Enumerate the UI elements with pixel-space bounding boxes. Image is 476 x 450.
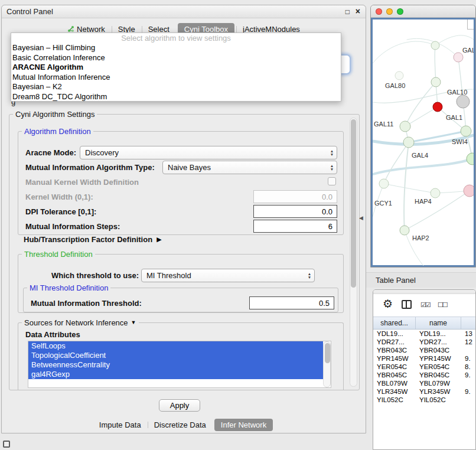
table-cell: YDR27... bbox=[416, 338, 461, 346]
table-row[interactable]: YDR27...YDR27...12 bbox=[373, 338, 475, 346]
table-cell: 9. bbox=[461, 387, 475, 396]
table-cell: YBR043C bbox=[373, 346, 416, 354]
panel-restore-icon[interactable] bbox=[3, 441, 10, 448]
table-cell: YER054C bbox=[373, 363, 416, 371]
algorithm-option-aracne-algorithm[interactable]: ARACNE Algorithm bbox=[11, 63, 341, 73]
table-row[interactable]: YBR043CYBR043C bbox=[373, 346, 475, 354]
table-cell: YPR145W bbox=[416, 354, 461, 363]
table-row[interactable]: YBL079WYBL079W bbox=[373, 379, 475, 387]
panel-title: Control Panel bbox=[6, 5, 53, 18]
float-window-icon[interactable]: □ bbox=[345, 8, 350, 16]
bottom-tab-impute-data[interactable]: Impute Data bbox=[93, 419, 148, 431]
table-panel-title: Table Panel bbox=[376, 273, 416, 288]
combo-down-icon: ▼ bbox=[308, 276, 311, 279]
bottom-tab-discretize-data[interactable]: Discretize Data bbox=[148, 419, 213, 431]
kernel-width-input[interactable] bbox=[253, 190, 337, 203]
which-threshold-value: MI Threshold bbox=[142, 271, 305, 280]
combo-arrows-icon: ▲▼ bbox=[327, 164, 337, 171]
table-row[interactable]: YER054CYER054C8. bbox=[373, 363, 475, 371]
columns-icon[interactable] bbox=[402, 300, 412, 309]
manual-kernel-checkbox[interactable] bbox=[328, 177, 336, 185]
column-header-shared[interactable]: shared... bbox=[373, 317, 416, 329]
attribute-item-topologicalcoefficient[interactable]: TopologicalCoefficient bbox=[28, 351, 323, 360]
dpi-tolerance-input[interactable] bbox=[253, 205, 337, 218]
table-cell: YDR27... bbox=[373, 338, 416, 346]
bottom-tab-infer-network[interactable]: Infer Network bbox=[214, 419, 273, 431]
algorithm-dropdown-popup: Select algorithm to view settings Bayesi… bbox=[11, 32, 341, 102]
network-node-gal10[interactable] bbox=[433, 102, 442, 112]
network-node-gal4[interactable] bbox=[403, 137, 414, 148]
network-node-swi4[interactable] bbox=[467, 153, 474, 165]
apply-button[interactable]: Apply bbox=[159, 399, 200, 412]
network-node-gal1[interactable] bbox=[461, 126, 471, 136]
combo-arrows-icon: ▲▼ bbox=[327, 149, 337, 156]
gear-icon[interactable]: ⚙ bbox=[383, 297, 393, 311]
table-cell: YER054C bbox=[416, 363, 461, 371]
column-header-extra[interactable] bbox=[461, 317, 475, 329]
mi-steps-input[interactable] bbox=[253, 220, 337, 233]
column-header-name[interactable]: name bbox=[416, 317, 461, 329]
select-all-checkboxes-icon[interactable]: ☑☑ bbox=[420, 301, 430, 309]
table-row[interactable]: YIL052CYIL052C bbox=[373, 396, 475, 404]
network-node-top-1[interactable] bbox=[431, 41, 439, 50]
algorithm-option-basic-correlation-inference[interactable]: Basic Correlation Inference bbox=[11, 53, 341, 63]
table-row[interactable]: YPR145WYPR145W9. bbox=[373, 354, 475, 363]
network-node-mid-faint[interactable] bbox=[431, 188, 440, 198]
table-row[interactable]: YBR045CYBR045C9. bbox=[373, 371, 475, 379]
algorithm-definition-group: Algorithm Definition Aracne Mode: Discov… bbox=[18, 131, 344, 235]
attribute-item-gal4rgexp[interactable]: gal4RGexp bbox=[28, 370, 323, 379]
table-panel-header-strip: Table Panel bbox=[366, 272, 476, 288]
list-scrollbar-thumb[interactable] bbox=[325, 343, 330, 363]
table-cell bbox=[461, 379, 475, 387]
close-traffic-icon[interactable] bbox=[376, 8, 382, 15]
splitter-collapse-icon[interactable]: ◀ bbox=[359, 215, 363, 221]
which-threshold-label: Which threshold to use: bbox=[51, 271, 139, 280]
attribute-item-betweennesscentrality[interactable]: BetweennessCentrality bbox=[28, 360, 323, 370]
hub-section-toggle[interactable]: Hub/Transcription Factor Definition ▶ bbox=[24, 235, 162, 244]
mi-steps-label: Mutual Information Steps: bbox=[25, 222, 120, 231]
sources-group-title-row[interactable]: Sources for Network Inference ▼ bbox=[22, 318, 139, 327]
settings-scrollbar[interactable] bbox=[350, 118, 357, 387]
list-scrollbar[interactable] bbox=[323, 341, 331, 387]
mi-threshold-input[interactable] bbox=[249, 296, 334, 309]
node-label-hap4: HAP4 bbox=[415, 198, 432, 205]
network-node-gal11[interactable] bbox=[400, 121, 410, 132]
network-node-faint-top[interactable] bbox=[395, 71, 403, 80]
attribute-item-selfloops[interactable]: SelfLoops bbox=[28, 341, 323, 351]
network-canvas[interactable]: GAL80GAL10GAL11GAL1SWI4GAL4GCY1HAP4HAP2G… bbox=[373, 19, 474, 266]
algorithm-option-bayesian-k2[interactable]: Bayesian – K2 bbox=[11, 82, 341, 92]
algorithm-option-bayesian-hill-climbing[interactable]: Bayesian – Hill Climbing bbox=[11, 43, 341, 53]
table-row[interactable]: YLR345WYLR345W9. bbox=[373, 387, 475, 396]
network-node-gray-large[interactable] bbox=[457, 95, 470, 108]
mi-algorithm-type-select[interactable]: Naive Bayes ▲▼ bbox=[162, 161, 337, 174]
data-attributes-list[interactable]: SelfLoopsTopologicalCoefficientBetweenne… bbox=[28, 341, 331, 388]
table-window-titlebar bbox=[373, 290, 475, 294]
network-scrollbar-fragment[interactable] bbox=[467, 19, 474, 30]
network-node-gcy1[interactable] bbox=[379, 179, 389, 188]
network-node-hap2[interactable] bbox=[400, 226, 409, 235]
minimize-traffic-icon[interactable] bbox=[386, 8, 393, 15]
zoom-traffic-icon[interactable] bbox=[397, 8, 403, 15]
node-label-gal11: GAL11 bbox=[374, 120, 393, 128]
network-edge bbox=[373, 41, 435, 63]
algorithm-option-dream8-dc-tdc-algorithm[interactable]: Dream8 DC_TDC Algorithm bbox=[11, 92, 341, 102]
control-panel-titlebar: Control Panel □ × bbox=[2, 5, 366, 18]
clear-all-checkboxes-icon[interactable]: ☐☐ bbox=[438, 301, 447, 309]
threshold-definition-title: Threshold Definition bbox=[22, 250, 95, 259]
table-cell: YDL19... bbox=[373, 330, 416, 338]
network-node-hap4[interactable] bbox=[464, 185, 474, 197]
sources-group-title: Sources for Network Inference bbox=[24, 318, 128, 327]
aracne-mode-select[interactable]: Discovery ▲▼ bbox=[80, 146, 337, 159]
algorithm-option-mutual-information-inference[interactable]: Mutual Information Inference bbox=[11, 73, 341, 83]
algorithm-popup-items: Bayesian – Hill ClimbingBasic Correlatio… bbox=[11, 43, 341, 102]
table-cell: YBR045C bbox=[416, 371, 461, 379]
node-label-gal4: GAL4 bbox=[412, 152, 428, 159]
settings-scrollbar-thumb[interactable] bbox=[351, 119, 356, 288]
table-cell: YPR145W bbox=[373, 354, 416, 363]
network-node-gal80[interactable] bbox=[431, 77, 441, 87]
which-threshold-select[interactable]: MI Threshold ▲▼ bbox=[141, 269, 315, 282]
table-row[interactable]: YDL19...YDL19...13 bbox=[373, 330, 475, 338]
close-icon[interactable]: × bbox=[356, 6, 360, 16]
network-node-top-pink[interactable] bbox=[454, 53, 463, 62]
table-cell: YBL079W bbox=[373, 379, 416, 387]
